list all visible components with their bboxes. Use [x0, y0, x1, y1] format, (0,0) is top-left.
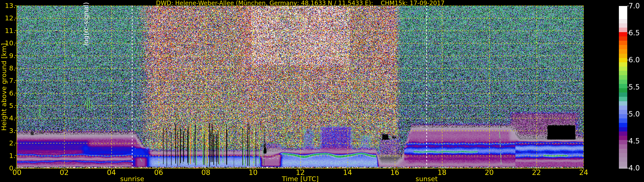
y-tick-label: 4.: [0, 114, 16, 121]
colorbar-tick-label: 7.0: [628, 2, 644, 9]
y-tick-label: 7.: [0, 77, 16, 84]
y-tick-label: 10.: [0, 40, 16, 46]
x-tick-label: 10: [241, 169, 265, 176]
colorbar-tick-label: 6.0: [628, 57, 644, 63]
y-tick-label: 2.: [0, 140, 16, 146]
colorbar-tick-label: 5.5: [628, 84, 644, 91]
x-tick-label: 22: [525, 169, 548, 176]
x-tick-label: 20: [478, 169, 501, 176]
ceilometer-quicklook: DWD: Helene-Weber-Allee (München, German…: [0, 0, 644, 182]
y-tick-label: 5.: [0, 102, 16, 109]
colorbar-tick-label: 5.0: [628, 111, 644, 117]
y-tick-label: 6.: [0, 90, 16, 96]
y-tick-label: 13.: [0, 2, 16, 9]
page-title: DWD: Helene-Weber-Allee (München, German…: [17, 0, 584, 6]
y-tick-label: 11.: [0, 27, 16, 34]
colorbar-tick-label: 6.5: [628, 30, 644, 36]
x-tick-label: 18: [430, 169, 454, 176]
x-tick-label: 04: [100, 169, 123, 176]
heatmap-canvas: [0, 0, 644, 182]
x-tick-label: 14: [336, 169, 359, 176]
colorbar-tick-label: 4.5: [628, 138, 644, 145]
y-tick-label: 3.: [0, 127, 16, 134]
colorbar-tick-label: 4.0: [628, 165, 644, 172]
y-tick-label: 1.: [0, 152, 16, 159]
x-tick-label: 16: [383, 169, 406, 176]
y-tick-label: 8.: [0, 65, 16, 72]
x-tick-label: 06: [147, 169, 170, 176]
y-tick-label: 12.: [0, 14, 16, 21]
x-tick-label: 02: [52, 169, 76, 176]
x-tick-label: 08: [194, 169, 218, 176]
colorbar-label: log(rc-signal) @ 1064 nm: [82, 0, 90, 89]
x-tick-label: 00: [5, 169, 29, 176]
x-tick-label: 24: [572, 169, 596, 176]
y-tick-label: 9.: [0, 52, 16, 59]
x-tick-label: 12: [288, 169, 312, 176]
